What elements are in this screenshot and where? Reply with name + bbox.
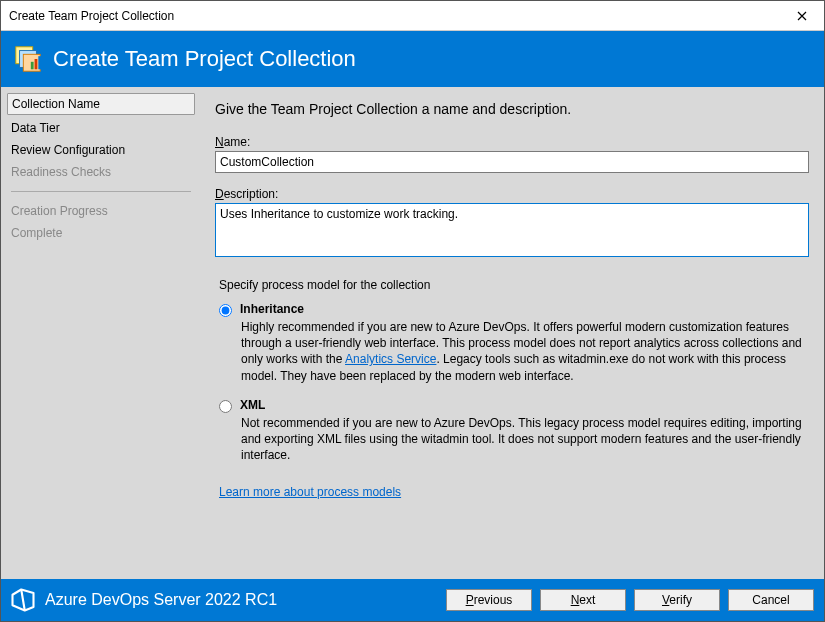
process-model-label: Specify process model for the collection [219, 278, 806, 292]
next-button[interactable]: Next [540, 589, 626, 611]
main-panel: Give the Team Project Collection a name … [201, 87, 824, 579]
xml-desc: Not recommended if you are new to Azure … [241, 415, 806, 464]
azure-devops-icon [9, 586, 37, 614]
close-icon [797, 11, 807, 21]
svg-rect-3 [31, 62, 34, 70]
inheritance-radio[interactable] [219, 304, 232, 317]
sidebar-item-review-configuration[interactable]: Review Configuration [1, 139, 201, 161]
sidebar-item-collection-name[interactable]: Collection Name [7, 93, 195, 115]
sidebar-item-complete: Complete [1, 222, 201, 244]
banner-heading: Create Team Project Collection [53, 46, 356, 72]
learn-more-link[interactable]: Learn more about process models [219, 485, 401, 499]
sidebar-item-readiness-checks: Readiness Checks [1, 161, 201, 183]
xml-radio[interactable] [219, 400, 232, 413]
xml-radio-label: XML [240, 398, 265, 412]
inheritance-option: Inheritance Highly recommended if you ar… [219, 302, 806, 384]
description-field-block: Description: Uses Inheritance to customi… [215, 187, 806, 260]
sidebar-separator [11, 191, 191, 192]
close-button[interactable] [780, 1, 824, 31]
previous-button[interactable]: Previous [446, 589, 532, 611]
wizard-window: Create Team Project Collection Create Te… [0, 0, 825, 622]
analytics-service-link[interactable]: Analytics Service [345, 352, 436, 366]
banner: Create Team Project Collection [1, 31, 824, 87]
inheritance-radio-row[interactable]: Inheritance [219, 302, 806, 317]
description-input[interactable]: Uses Inheritance to customize work track… [215, 203, 809, 257]
titlebar: Create Team Project Collection [1, 1, 824, 31]
collection-icon [13, 44, 43, 74]
instruction-text: Give the Team Project Collection a name … [215, 101, 806, 117]
xml-option: XML Not recommended if you are new to Az… [219, 398, 806, 464]
sidebar-item-data-tier[interactable]: Data Tier [1, 117, 201, 139]
footer-brand-text: Azure DevOps Server 2022 RC1 [45, 591, 277, 609]
inheritance-desc: Highly recommended if you are new to Azu… [241, 319, 806, 384]
xml-radio-row[interactable]: XML [219, 398, 806, 413]
cancel-button[interactable]: Cancel [728, 589, 814, 611]
sidebar: Collection Name Data Tier Review Configu… [1, 87, 201, 579]
window-title: Create Team Project Collection [9, 9, 780, 23]
svg-rect-5 [38, 56, 41, 69]
sidebar-item-creation-progress: Creation Progress [1, 200, 201, 222]
svg-rect-4 [35, 59, 38, 69]
name-input[interactable] [215, 151, 809, 173]
body: Collection Name Data Tier Review Configu… [1, 87, 824, 579]
footer: Azure DevOps Server 2022 RC1 Previous Ne… [1, 579, 824, 621]
name-label: Name: [215, 135, 806, 149]
description-label: Description: [215, 187, 806, 201]
name-field-block: Name: [215, 135, 806, 173]
footer-brand: Azure DevOps Server 2022 RC1 [9, 586, 438, 614]
inheritance-radio-label: Inheritance [240, 302, 304, 316]
verify-button[interactable]: Verify [634, 589, 720, 611]
